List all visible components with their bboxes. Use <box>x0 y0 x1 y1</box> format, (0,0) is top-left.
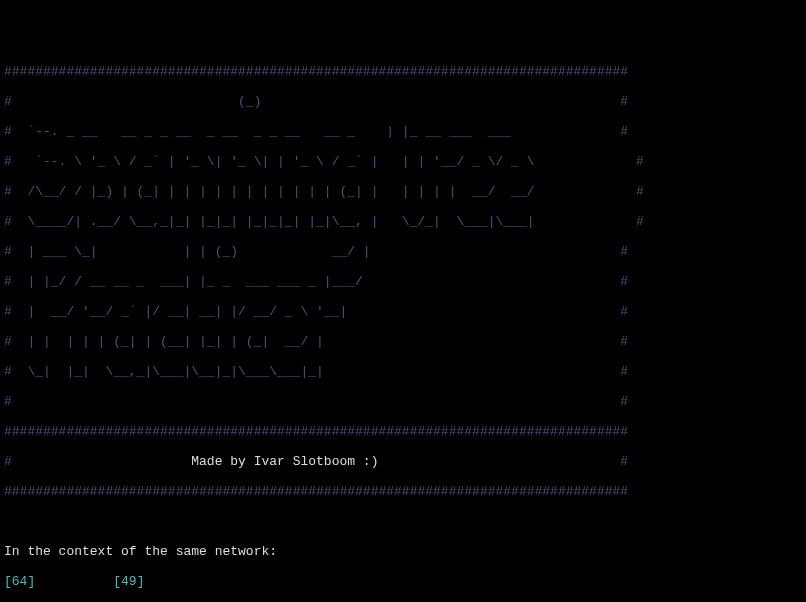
banner-row: # | __/ '__/ _` |/ __| __| |/ __/ _ \ '_… <box>4 304 802 319</box>
banner-row: # `--. _ __ __ _ _ __ _ __ _ _ __ __ _ |… <box>4 124 802 139</box>
banner-row: # | ___ \_| | | (_) __/ | # <box>4 244 802 259</box>
spacer <box>35 574 113 589</box>
banner-row: # (_) # <box>4 94 802 109</box>
banner-row: # /\__/ / |_) | (_| | | | | | | | | | | … <box>4 184 802 199</box>
border-char: # <box>4 454 191 469</box>
banner-row: # | | | | | (_| | (__| |_| | (_| __/ | # <box>4 334 802 349</box>
context-line: In the context of the same network: <box>4 544 802 559</box>
border-char: # <box>378 454 628 469</box>
banner-border-mid: ########################################… <box>4 424 802 439</box>
banner-border-bottom: ########################################… <box>4 484 802 499</box>
blank-line <box>4 514 802 529</box>
banner-row: # \____/| .__/ \__,_|_| |_|_| |_|_|_| |_… <box>4 214 802 229</box>
banner-row: # `--. \ '_ \ / _` | '_ \| '_ \| | '_ \ … <box>4 154 802 169</box>
topology-row: [64] [49] <box>4 574 802 589</box>
made-by-text: Made by Ivar Slotboom :) <box>191 454 378 469</box>
banner-row: # \_| |_| \__,_|\___|\__|_|\___\___|_| # <box>4 364 802 379</box>
bridge-id: [49] <box>113 574 144 589</box>
banner-border-top: ########################################… <box>4 64 802 79</box>
banner-madeby-row: # Made by Ivar Slotboom :) # <box>4 454 802 469</box>
banner-row: # | |_/ / __ __ _ ___| |_ _ ___ ___ _ |_… <box>4 274 802 289</box>
bridge-id: [64] <box>4 574 35 589</box>
banner-row: # # <box>4 394 802 409</box>
